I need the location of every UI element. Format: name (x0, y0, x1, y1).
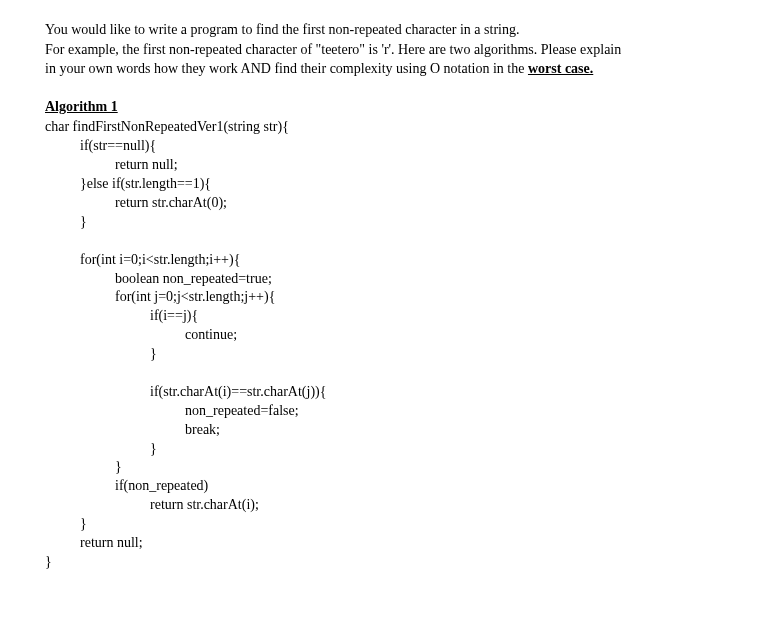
algorithm-code: char findFirstNonRepeatedVer1(string str… (45, 118, 717, 571)
worst-case-emphasis: worst case. (528, 61, 593, 76)
intro-line-3: in your own words how they work AND find… (45, 59, 717, 79)
algorithm-section: Algorithm 1 char findFirstNonRepeatedVer… (45, 97, 717, 572)
algorithm-heading: Algorithm 1 (45, 97, 717, 117)
problem-statement: You would like to write a program to fin… (45, 20, 717, 79)
intro-line-2: For example, the first non-repeated char… (45, 40, 717, 60)
intro-line-3-text: in your own words how they work AND find… (45, 61, 528, 76)
intro-line-1: You would like to write a program to fin… (45, 20, 717, 40)
